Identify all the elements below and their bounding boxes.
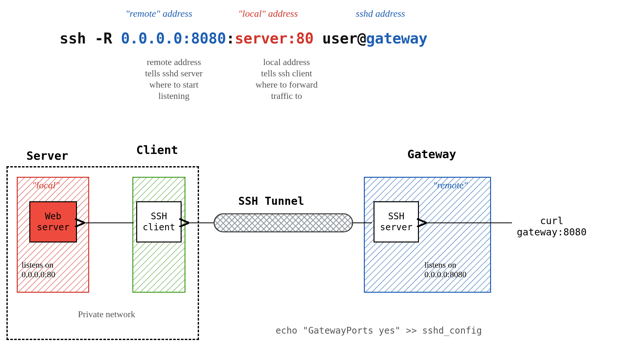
cmd-prefix: ssh -R: [60, 30, 121, 47]
explain-local: local address tells ssh client where to …: [238, 56, 335, 101]
server-box-title: "local": [32, 180, 60, 191]
cmd-remote-addr: 0.0.0.0:8080: [121, 30, 226, 47]
label-gateway: Gateway: [407, 147, 456, 161]
curl-command: curl gateway:8080: [517, 215, 587, 238]
cmd-gateway: gateway: [366, 30, 427, 47]
label-remote-address: "remote" address: [126, 8, 192, 19]
gateway-listens: listens on 0.0.0.0:8080: [424, 260, 467, 280]
gateway-box-title: "remote": [433, 180, 468, 191]
label-sshd-address: sshd address: [356, 8, 405, 19]
cmd-sep: :: [226, 30, 235, 47]
label-server: Server: [26, 149, 68, 162]
ssh-command: ssh -R 0.0.0.0:8080:server:80 user@gatew…: [60, 30, 427, 47]
ssh-server-box: SSH server: [374, 201, 419, 242]
tunnel-label: SSH Tunnel: [238, 194, 304, 207]
web-server-box: Web server: [29, 201, 77, 242]
private-network-label: Private network: [78, 309, 135, 319]
cmd-local-addr: server:80: [235, 30, 314, 47]
footer-command: echo "GatewayPorts yes" >> sshd_config: [276, 325, 482, 336]
server-listens: listens on 0.0.0.0:80: [22, 260, 55, 280]
label-local-address: "local" address: [238, 8, 298, 19]
ssh-tunnel: [214, 214, 353, 232]
explain-remote: remote address tells sshd server where t…: [126, 56, 222, 101]
label-client: Client: [136, 143, 178, 157]
cmd-user: user@: [314, 30, 366, 47]
ssh-client-box: SSH client: [136, 201, 182, 242]
